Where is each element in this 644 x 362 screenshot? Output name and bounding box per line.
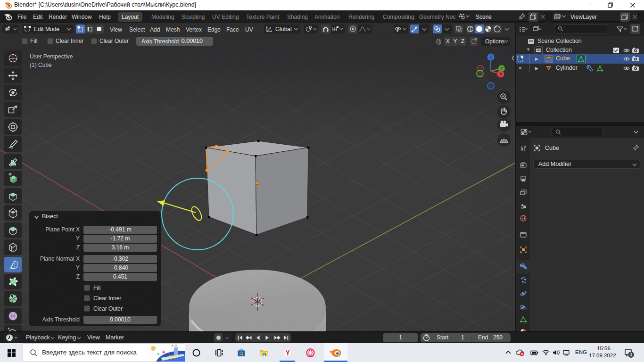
svg-text:Z: Z: [489, 55, 492, 59]
svg-text:X: X: [499, 72, 502, 76]
svg-text:Y: Y: [500, 66, 503, 71]
